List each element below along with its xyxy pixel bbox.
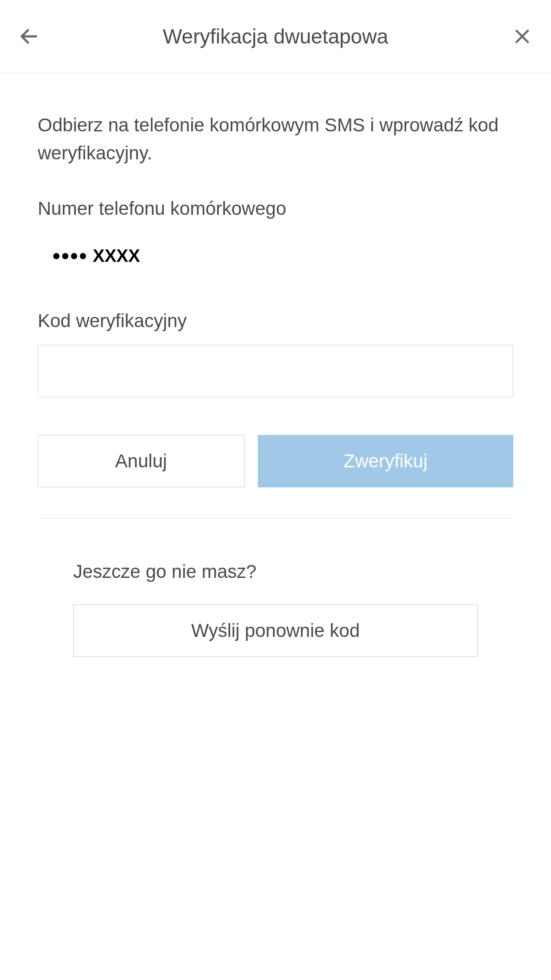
cancel-button[interactable]: Anuluj (38, 435, 244, 487)
back-button[interactable] (18, 25, 40, 47)
close-icon (512, 27, 532, 46)
divider (38, 518, 513, 519)
header: Weryfikacja dwuetapowa (0, 0, 551, 73)
phone-label: Numer telefonu komórkowego (38, 198, 513, 219)
content-area: Odbierz na telefonie komórkowym SMS i wp… (0, 73, 551, 657)
page-title: Weryfikacja dwuetapowa (40, 24, 511, 48)
phone-masked-text: XXXX (93, 246, 140, 266)
close-button[interactable] (511, 25, 533, 47)
instruction-text: Odbierz na telefonie komórkowym SMS i wp… (38, 111, 513, 167)
arrow-left-icon (18, 26, 39, 47)
button-row: Anuluj Zweryfikuj (38, 435, 513, 487)
verification-code-input[interactable] (38, 345, 513, 397)
code-label: Kod weryfikacyjny (38, 310, 513, 332)
resend-label: Jeszcze go nie masz? (73, 561, 478, 582)
phone-number-display: XXXX (38, 233, 513, 279)
masked-dots-icon (53, 253, 86, 259)
verify-button[interactable]: Zweryfikuj (258, 435, 513, 487)
resend-code-button[interactable]: Wyślij ponownie kod (73, 605, 478, 657)
resend-section: Jeszcze go nie masz? Wyślij ponownie kod (38, 561, 513, 657)
